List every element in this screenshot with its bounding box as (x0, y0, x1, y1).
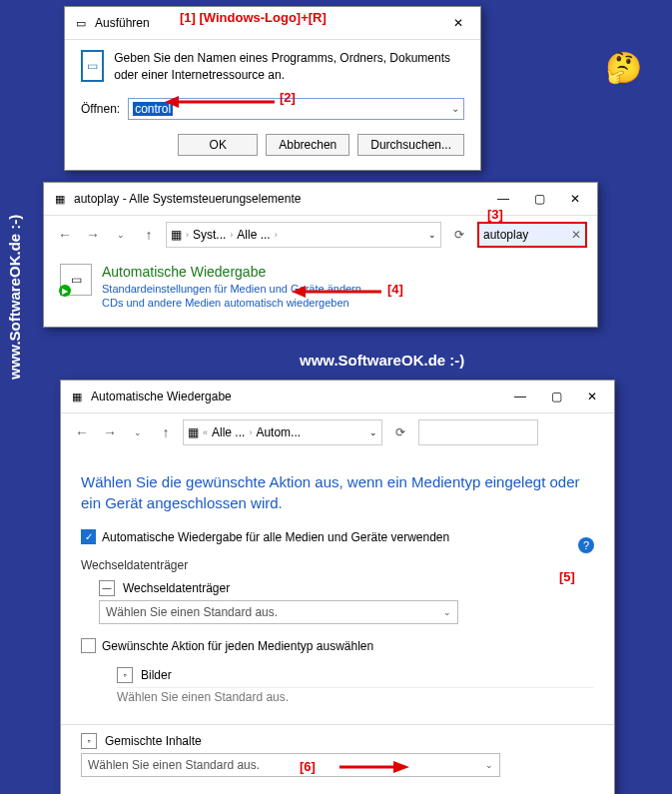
image-icon: ▫ (117, 667, 133, 683)
chevron-down-icon[interactable]: ⌄ (127, 421, 149, 443)
chevron-right-icon: › (275, 230, 278, 240)
chevron-down-icon: ⌄ (485, 760, 493, 770)
section-mixed: Gemischte Inhalte (105, 734, 202, 748)
forward-button[interactable]: → (99, 421, 121, 443)
autoplay-window: ▦ Automatische Wiedergabe — ▢ ✕ ← → ⌄ ↑ … (60, 380, 615, 794)
maximize-icon[interactable]: ▢ (525, 189, 553, 209)
minimize-icon[interactable]: — (506, 387, 534, 406)
chevron-right-icon: › (186, 230, 189, 240)
search-value: autoplay (483, 228, 528, 242)
close-icon[interactable]: ✕ (578, 387, 606, 406)
mixed-dropdown[interactable]: Wählen Sie einen Standard aus. ⌄ (81, 753, 500, 777)
search-input[interactable] (418, 419, 538, 445)
chevron-down-icon[interactable]: ⌄ (110, 224, 132, 246)
breadcrumb[interactable]: ▦ › Syst... › Alle ... › ⌄ (166, 222, 441, 248)
checkbox-each-type[interactable] (81, 638, 96, 653)
autoplay-icon: ▦ (69, 389, 85, 404)
breadcrumb-part[interactable]: Syst... (193, 228, 226, 242)
play-badge-icon: ▶ (59, 285, 71, 297)
control-panel-window: ▦ autoplay - Alle Systemsteuerungselemen… (43, 182, 598, 328)
run-dialog: ▭ Ausführen ✕ ▭ Geben Sie den Namen eine… (64, 6, 481, 171)
folder-icon: ▦ (171, 228, 182, 242)
help-icon[interactable]: ? (578, 537, 594, 553)
page-heading: Wählen Sie die gewünschte Aktion aus, we… (81, 471, 594, 513)
result-title[interactable]: Automatische Wiedergabe (102, 264, 361, 280)
forward-button[interactable]: → (82, 224, 104, 246)
open-label: Öffnen: (81, 102, 120, 116)
up-button[interactable]: ↑ (138, 224, 160, 246)
back-button[interactable]: ← (54, 224, 76, 246)
titlebar: ▭ Ausführen ✕ (65, 7, 480, 40)
window-title: autoplay - Alle Systemsteuerungselemente (74, 192, 489, 206)
back-button[interactable]: ← (71, 421, 93, 443)
browse-button[interactable]: Durchsuchen... (357, 134, 464, 156)
sub-label: Wechseldatenträger (123, 581, 230, 595)
nav-bar: ← → ⌄ ↑ ▦ « Alle ... › Autom... ⌄ ⟳ (61, 413, 614, 451)
ok-button[interactable]: OK (178, 134, 258, 156)
nav-bar: ← → ⌄ ↑ ▦ › Syst... › Alle ... › ⌄ ⟳ aut… (44, 216, 597, 254)
dropdown-hint: Wählen Sie einen Standard aus. (117, 687, 594, 704)
chevron-right-icon: › (249, 427, 252, 437)
section-removable: Wechseldatenträger (81, 558, 594, 572)
refresh-icon[interactable]: ⟳ (447, 223, 471, 247)
stick-figure-icon: 🤔 (605, 50, 642, 85)
breadcrumb-part[interactable]: Alle ... (212, 425, 245, 439)
titlebar: ▦ autoplay - Alle Systemsteuerungselemen… (44, 183, 597, 216)
autoplay-icon: ▭▶ (60, 264, 92, 296)
run-description: Geben Sie den Namen eines Programms, Ord… (114, 50, 464, 84)
checkbox-autoplay-all[interactable]: ✓ (81, 529, 96, 544)
sub-label: Bilder (141, 668, 172, 682)
breadcrumb-part[interactable]: Alle ... (237, 228, 270, 242)
folder-icon: ▦ (188, 425, 199, 439)
refresh-icon[interactable]: ⟳ (388, 420, 412, 444)
chevron-down-icon[interactable]: ⌄ (451, 103, 459, 114)
dropdown-value: Wählen Sie einen Standard aus. (88, 758, 260, 772)
removable-dropdown[interactable]: Wählen Sie einen Standard aus. ⌄ (99, 600, 458, 624)
watermark-mid: www.SoftwareOK.de :-) (300, 352, 464, 369)
maximize-icon[interactable]: ▢ (542, 387, 570, 406)
search-input[interactable]: autoplay ✕ (477, 222, 587, 248)
chevron-down-icon[interactable]: ⌄ (369, 427, 377, 437)
minimize-icon[interactable]: — (489, 189, 517, 209)
result-link-1[interactable]: Standardeinstellungen für Medien und Ger… (102, 282, 361, 296)
chevron-down-icon[interactable]: ⌄ (428, 230, 436, 240)
cancel-button[interactable]: Abbrechen (266, 134, 349, 156)
window-title: Ausführen (95, 16, 444, 30)
clear-icon[interactable]: ✕ (571, 228, 581, 242)
dropdown-value: Wählen Sie einen Standard aus. (106, 605, 278, 619)
checkbox-label: Gewünschte Aktion für jeden Medientyp au… (102, 639, 373, 653)
open-value: control (133, 102, 173, 116)
titlebar: ▦ Automatische Wiedergabe — ▢ ✕ (61, 381, 614, 413)
breadcrumb[interactable]: ▦ « Alle ... › Autom... ⌄ (183, 419, 382, 445)
drive-icon: — (99, 580, 115, 596)
chevron-left-icon: « (203, 427, 208, 437)
search-result: ▭▶ Automatische Wiedergabe Standardeinst… (44, 254, 597, 327)
chevron-down-icon: ⌄ (443, 607, 451, 617)
checkbox-label: Automatische Wiedergabe für alle Medien … (102, 530, 449, 544)
open-combobox[interactable]: control ⌄ (128, 98, 464, 120)
watermark-side: www.SoftwareOK.de :-) (6, 215, 23, 380)
close-icon[interactable]: ✕ (561, 189, 589, 209)
run-icon: ▭ (73, 15, 89, 31)
mixed-icon: ▫ (81, 733, 97, 749)
close-icon[interactable]: ✕ (444, 13, 472, 33)
control-panel-icon: ▦ (52, 191, 68, 207)
chevron-right-icon: › (230, 230, 233, 240)
window-title: Automatische Wiedergabe (91, 390, 506, 403)
result-link-2[interactable]: CDs und andere Medien automatisch wieder… (102, 296, 361, 310)
breadcrumb-part[interactable]: Autom... (256, 425, 301, 439)
program-icon: ▭ (81, 50, 104, 82)
up-button[interactable]: ↑ (155, 421, 177, 443)
